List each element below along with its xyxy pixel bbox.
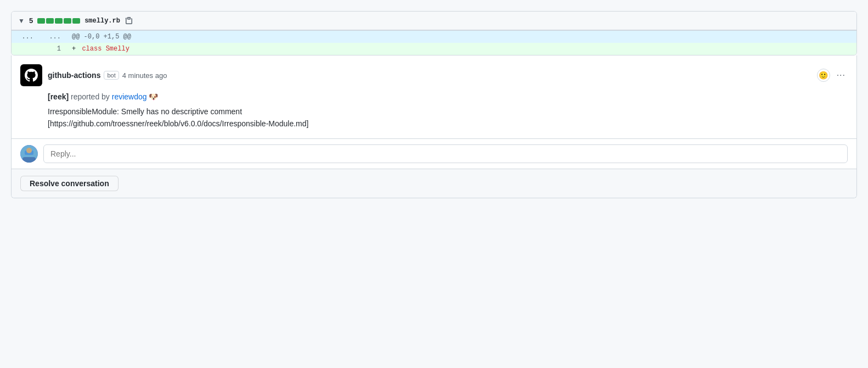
bot-badge: bot (104, 71, 119, 80)
diff-bar-3 (55, 18, 63, 24)
diff-header: ▼ 5 smelly.rb (12, 12, 856, 30)
comment-thread: github-actions bot 4 minutes ago 🙂 ··· [… (12, 55, 856, 139)
add-reaction-button[interactable]: 🙂 (817, 69, 830, 82)
svg-point-2 (26, 148, 32, 153)
collapse-chevron[interactable]: ▼ (18, 17, 25, 25)
diff-hunk-row: ... ... @@ -0,0 +1,5 @@ (12, 31, 856, 43)
add-prefix: + (72, 45, 76, 53)
diff-bar-2 (46, 18, 54, 24)
reply-input[interactable] (43, 144, 848, 163)
hunk-line-num-old: ... (12, 31, 39, 43)
hunk-line-num-new: ... (39, 31, 66, 43)
resolve-area: Resolve conversation (12, 169, 856, 198)
comment-time: 4 minutes ago (122, 71, 167, 80)
comment-body: [reek] reported by reviewdog 🐶 Irrespons… (48, 91, 848, 130)
comment-url-text: [https://github.com/troessner/reek/blob/… (48, 118, 848, 130)
diff-bar-4 (64, 18, 71, 24)
comment-header-left: github-actions bot 4 minutes ago (20, 64, 167, 86)
comment-header: github-actions bot 4 minutes ago 🙂 ··· (20, 64, 848, 86)
comment-meta: github-actions bot 4 minutes ago (48, 71, 167, 80)
reply-area (12, 139, 856, 169)
reviewdog-emoji: 🐶 (149, 92, 158, 101)
diff-count: 5 (29, 16, 33, 25)
add-line-num-new: 1 (39, 43, 66, 55)
hunk-header-text: @@ -0,0 +1,5 @@ (66, 31, 856, 43)
add-line-content: + class Smelly (66, 43, 856, 55)
author-avatar (20, 64, 42, 86)
reply-avatar (20, 145, 38, 163)
user-avatar-svg (20, 145, 38, 163)
more-options-button[interactable]: ··· (835, 68, 848, 82)
diff-table: ... ... @@ -0,0 +1,5 @@ 1 + class Smelly (12, 30, 856, 55)
reek-tag: [reek] (48, 92, 69, 101)
diff-bar-5 (72, 18, 80, 24)
diff-add-row: 1 + class Smelly (12, 43, 856, 55)
add-line-num-old (12, 43, 39, 55)
comment-actions: 🙂 ··· (817, 68, 848, 82)
diff-filename[interactable]: smelly.rb (84, 17, 120, 25)
reported-by-text: reported by (71, 92, 112, 101)
code-classname: Smelly (106, 45, 129, 53)
diff-bars (37, 18, 80, 24)
reviewdog-link[interactable]: reviewdog (112, 92, 147, 101)
more-icon: ··· (837, 70, 846, 80)
file-view-icon[interactable] (125, 16, 133, 25)
code-keyword: class (82, 45, 102, 53)
comment-author[interactable]: github-actions (48, 71, 100, 80)
comment-section: github-actions bot 4 minutes ago 🙂 ··· [… (11, 55, 857, 198)
svg-rect-3 (22, 157, 36, 163)
diff-bar-1 (37, 18, 45, 24)
comment-main-text: IrresponsibleModule: Smelly has no descr… (48, 105, 848, 118)
comment-first-line: [reek] reported by reviewdog 🐶 (48, 91, 848, 103)
resolve-button[interactable]: Resolve conversation (20, 176, 119, 191)
diff-container: ▼ 5 smelly.rb ... ... @@ -0,0 +1,5 @@ (11, 11, 857, 55)
